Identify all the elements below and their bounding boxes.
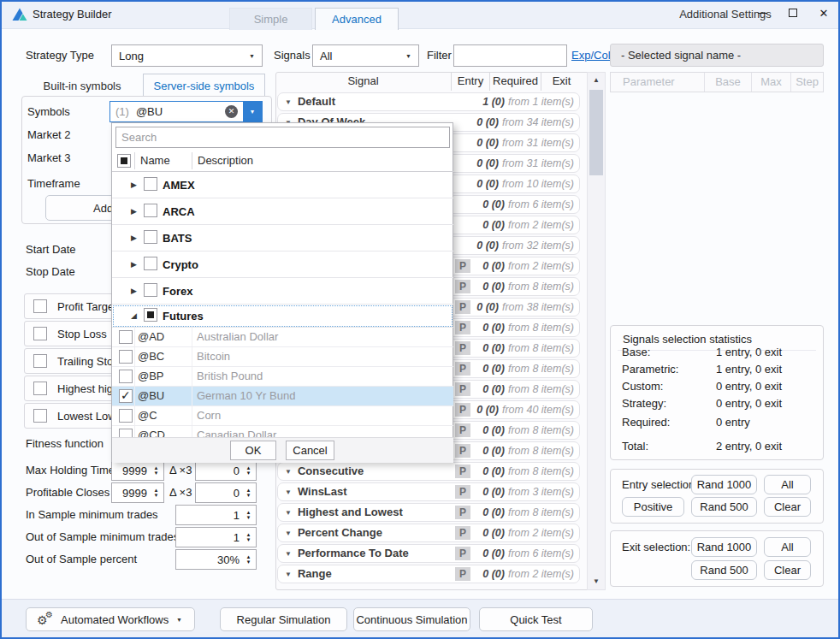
expand-arrow-icon[interactable]: ▼ (285, 571, 292, 578)
symbol-row[interactable]: @BPBritish Pound (112, 367, 453, 387)
signal-row[interactable]: ▼Highest and LowestP0 (0)from 8 item(s) (277, 503, 580, 522)
spinner-arrows-icon[interactable]: ▲▼ (151, 465, 162, 476)
expand-arrow-icon[interactable]: ▼ (285, 468, 292, 476)
symbol-checkbox[interactable] (119, 429, 133, 437)
tab-simple[interactable]: Simple (229, 8, 312, 30)
regular-simulation-button[interactable]: Regular Simulation (220, 607, 347, 631)
ok-button[interactable]: OK (230, 441, 276, 460)
scroll-down-icon[interactable]: ▼ (588, 574, 605, 589)
minimize-button[interactable] (747, 0, 778, 26)
signal-row[interactable]: ▼RangeP0 (0)from 2 item(s) (277, 565, 580, 583)
signal-row[interactable]: ▼Performance To DateP0 (0)from 6 item(s) (277, 544, 580, 563)
max-holding-spinner2[interactable]: 0▲▼ (195, 460, 257, 481)
exit-rand-500-button[interactable]: Rand 500 (691, 560, 757, 580)
expand-arrow-icon[interactable]: ▶ (131, 180, 137, 189)
spinner-arrows-icon[interactable]: ▲▼ (243, 510, 254, 520)
expand-arrow-icon[interactable]: ▼ (285, 488, 292, 496)
signal-row[interactable]: ▼Default1 (0)from 1 item(s) (277, 92, 580, 111)
spinner-arrows-icon[interactable]: ▲▼ (243, 488, 254, 498)
profit-target-checkbox[interactable] (33, 299, 47, 313)
symbol-group-row[interactable]: ▶BATS (112, 225, 453, 251)
select-all-checkbox[interactable] (117, 154, 131, 168)
filter-input[interactable] (453, 44, 567, 67)
spinner-arrows-icon[interactable]: ▲▼ (243, 465, 254, 476)
signal-column-header[interactable]: Signal (275, 72, 452, 91)
spinner-arrows-icon[interactable]: ▲▼ (151, 488, 162, 498)
symbol-row[interactable]: @ADAustralian Dollar (112, 328, 453, 347)
required-column-header[interactable]: Required (490, 72, 541, 91)
cancel-button[interactable]: Cancel (286, 441, 334, 460)
expand-arrow-icon[interactable]: ▶ (131, 207, 137, 216)
group-checkbox[interactable] (144, 177, 157, 191)
entry-clear-button[interactable]: Clear (764, 497, 811, 517)
group-checkbox[interactable] (144, 204, 157, 217)
profitable-closes-spinner[interactable]: 9999▲▼ (111, 482, 164, 503)
expand-arrow-icon[interactable]: ▼ (285, 98, 292, 106)
out-sample-trades-spinner[interactable]: 1▲▼ (175, 527, 257, 547)
scrollbar-thumb[interactable] (589, 90, 603, 175)
expand-arrow-icon[interactable]: ▼ (285, 550, 292, 558)
close-button[interactable]: ✕ (808, 0, 839, 26)
maximize-button[interactable] (778, 0, 808, 26)
lowest-low-checkbox[interactable] (33, 409, 47, 423)
symbol-group-row[interactable]: ▶Forex (112, 278, 453, 305)
expand-arrow-icon[interactable]: ▼ (285, 509, 292, 517)
in-sample-spinner[interactable]: 1▲▼ (175, 505, 257, 525)
symbols-combo[interactable]: (1) @BU ✕ ▼ (109, 101, 263, 122)
spinner-arrows-icon[interactable]: ▲▼ (243, 532, 254, 542)
continuous-simulation-button[interactable]: Continuous Simulation (353, 607, 470, 631)
exit-all-button[interactable]: All (764, 537, 811, 557)
clear-icon[interactable]: ✕ (225, 105, 238, 118)
symbol-group-row[interactable]: ▶Crypto (112, 251, 453, 278)
exit-column-header[interactable]: Exit (541, 72, 582, 91)
symbol-search-input[interactable] (115, 127, 450, 148)
entry-rand-1000-button[interactable]: Rand 1000 (691, 475, 757, 494)
entry-positive-button[interactable]: Positive (622, 497, 684, 517)
symbol-checkbox[interactable] (119, 350, 133, 364)
exp-col-link[interactable]: Exp/Col (571, 44, 611, 67)
signal-row[interactable]: ▼WinsLastP0 (0)from 3 item(s) (277, 482, 580, 501)
group-checkbox[interactable] (144, 308, 157, 322)
symbol-group-row[interactable]: ▶AMEX (112, 172, 453, 198)
expand-arrow-icon[interactable]: ▶ (131, 234, 137, 242)
signal-row[interactable]: ▼ConsecutiveP0 (0)from 8 item(s) (277, 462, 580, 481)
stop-loss-checkbox[interactable] (33, 327, 47, 340)
expand-arrow-icon[interactable]: ▶ (131, 287, 137, 295)
group-checkbox[interactable] (144, 257, 157, 270)
max-holding-spinner[interactable]: 9999▲▼ (111, 460, 164, 481)
tab-advanced[interactable]: Advanced (315, 8, 399, 30)
profitable-closes-spinner2[interactable]: 0▲▼ (195, 482, 257, 503)
symbol-checkbox[interactable] (119, 389, 133, 403)
symbols-dropdown-button[interactable]: ▼ (243, 102, 262, 121)
highest-high-checkbox[interactable] (33, 382, 47, 395)
collapse-arrow-icon[interactable]: ◢ (131, 311, 137, 320)
symbol-group-row[interactable]: ◢Futures (112, 305, 453, 328)
description-column-header[interactable]: Description (198, 151, 253, 172)
symbol-row[interactable]: @BCBitcoin (112, 347, 453, 367)
automated-workflows-button[interactable]: ⚙⚙ Automated Workflows ▼ (26, 607, 195, 631)
symbol-checkbox[interactable] (119, 370, 133, 383)
quick-test-button[interactable]: Quick Test (479, 607, 593, 631)
expand-arrow-icon[interactable]: ▼ (285, 530, 292, 537)
exit-rand-1000-button[interactable]: Rand 1000 (691, 537, 757, 557)
entry-column-header[interactable]: Entry (452, 72, 490, 91)
strategy-type-combo[interactable]: Long ▼ (111, 44, 263, 67)
symbol-group-row[interactable]: ▶ARCA (112, 198, 453, 225)
exit-clear-button[interactable]: Clear (764, 560, 811, 580)
entry-rand-500-button[interactable]: Rand 500 (691, 497, 757, 517)
symbol-row[interactable]: @CDCanadian Dollar (112, 426, 453, 437)
symbol-checkbox[interactable] (119, 330, 133, 344)
tab-serverside-symbols[interactable]: Server-side symbols (143, 74, 265, 97)
scroll-up-icon[interactable]: ▲ (588, 73, 605, 88)
expand-arrow-icon[interactable]: ▶ (131, 260, 137, 269)
group-checkbox[interactable] (144, 230, 157, 244)
spinner-arrows-icon[interactable]: ▲▼ (243, 554, 254, 565)
signals-combo[interactable]: All ▼ (312, 44, 419, 67)
signal-list-scrollbar[interactable]: ▲ ▼ (587, 72, 606, 590)
symbol-checkbox[interactable] (119, 409, 133, 423)
name-column-header[interactable]: Name (140, 151, 170, 172)
entry-all-button[interactable]: All (764, 475, 811, 494)
symbol-row[interactable]: @BUGerman 10 Yr Bund (112, 387, 453, 406)
group-checkbox[interactable] (144, 283, 157, 297)
trailing-stop-checkbox[interactable] (33, 354, 47, 368)
